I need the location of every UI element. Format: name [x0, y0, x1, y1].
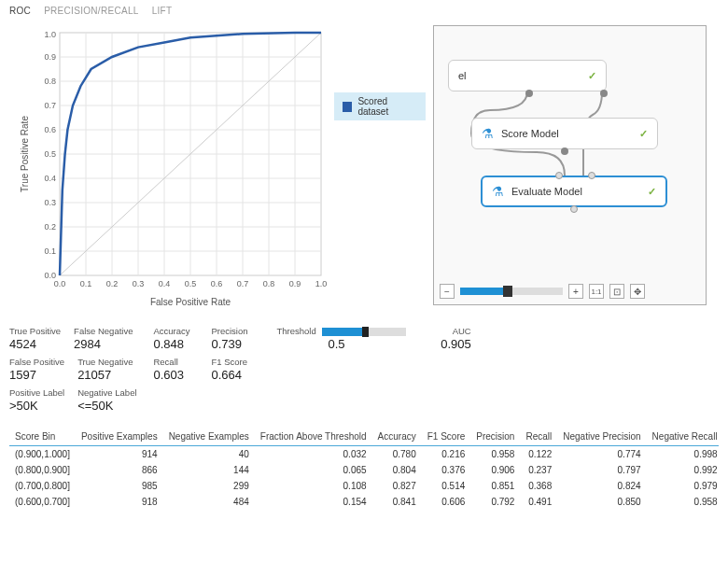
svg-text:0.4: 0.4: [159, 279, 171, 288]
svg-text:1.0: 1.0: [315, 279, 328, 288]
metric-fp: False Positive1597: [9, 357, 64, 382]
metric-pos-label: Positive Label>50K: [9, 387, 64, 413]
node-label: Score Model: [501, 128, 559, 139]
svg-text:0.2: 0.2: [44, 222, 56, 232]
svg-text:0.3: 0.3: [133, 279, 145, 288]
col-header[interactable]: Recall: [520, 428, 557, 446]
pan-button[interactable]: ✥: [630, 284, 645, 299]
svg-text:0.7: 0.7: [44, 101, 56, 110]
table-row: (0.900,1.000]914400.0320.7800.2160.9580.…: [9, 446, 719, 463]
x-axis-label: False Positive Rate: [150, 297, 231, 307]
col-header[interactable]: Score Bin: [9, 428, 76, 446]
metric-neg-label: Negative Label<=50K: [77, 387, 136, 413]
svg-text:0.1: 0.1: [44, 246, 56, 256]
col-header[interactable]: Positive Examples: [76, 428, 163, 446]
metric-fn: False Negative2984: [74, 326, 133, 351]
metric-f1: F1 Score0.664: [211, 357, 256, 382]
svg-text:0.3: 0.3: [44, 198, 56, 207]
svg-text:0.6: 0.6: [44, 125, 56, 134]
metric-precision: Precision0.739: [211, 326, 256, 351]
table-row: (0.800,0.900]8661440.0650.8040.3760.9060…: [9, 462, 719, 478]
zoom-out-button[interactable]: −: [440, 284, 455, 299]
svg-text:0.4: 0.4: [44, 174, 56, 183]
legend-label: Scored dataset: [357, 96, 417, 117]
metric-accuracy: Accuracy0.848: [153, 326, 198, 351]
y-axis-label: True Positive Rate: [20, 116, 30, 192]
metrics-panel: True Positive4524 False Negative2984 Acc…: [9, 326, 719, 418]
score-bin-table: Score BinPositive ExamplesNegative Examp…: [9, 428, 719, 510]
svg-text:0.6: 0.6: [211, 279, 223, 288]
tab-roc[interactable]: ROC: [9, 6, 31, 16]
check-icon: ✓: [648, 186, 656, 198]
node-score-model[interactable]: ⚗ Score Model ✓: [471, 118, 658, 149]
port-out[interactable]: [525, 90, 533, 97]
zoom-in-button[interactable]: +: [568, 284, 583, 299]
col-header[interactable]: Negative Precision: [557, 428, 646, 446]
col-header[interactable]: Precision: [470, 428, 520, 446]
threshold-slider[interactable]: [322, 328, 406, 336]
svg-text:0.1: 0.1: [80, 279, 92, 288]
port-in[interactable]: [588, 172, 595, 179]
metric-auc: AUC0.905: [427, 326, 471, 351]
node-label: el: [458, 70, 467, 81]
svg-text:0.9: 0.9: [289, 279, 301, 288]
roc-chart: 0.00.10.20.30.40.50.60.70.80.91.0 0.00.1…: [9, 20, 426, 318]
svg-text:0.9: 0.9: [44, 52, 56, 62]
table-row: (0.700,0.800]9852990.1080.8270.5140.8510…: [9, 478, 719, 494]
col-header[interactable]: Fraction Above Threshold: [255, 428, 372, 446]
port-in[interactable]: [555, 172, 563, 179]
check-icon: ✓: [639, 128, 648, 140]
col-header[interactable]: Negative Recall: [647, 428, 719, 446]
svg-text:0.8: 0.8: [263, 279, 275, 288]
zoom-fit-button[interactable]: ⊡: [609, 284, 624, 299]
chart-legend: Scored dataset: [334, 92, 426, 120]
metric-tn: True Negative21057: [77, 357, 133, 382]
svg-text:0.7: 0.7: [237, 279, 249, 288]
pipeline-panel: el ✓ ⚗ Score Model ✓ ⚗ Evaluate Model ✓: [433, 25, 707, 305]
metric-recall: Recall0.603: [153, 357, 198, 382]
chart-tabs: ROC PRECISION/RECALL LIFT: [9, 6, 719, 16]
experiment-icon: ⚗: [492, 184, 504, 199]
check-icon: ✓: [588, 70, 596, 82]
svg-text:1.0: 1.0: [44, 30, 56, 39]
tab-precision-recall[interactable]: PRECISION/RECALL: [44, 6, 139, 16]
col-header[interactable]: F1 Score: [422, 428, 471, 446]
port-out[interactable]: [561, 148, 568, 155]
svg-text:0.2: 0.2: [106, 279, 119, 288]
threshold-control: Threshold 0.5: [276, 326, 405, 351]
svg-text:0.0: 0.0: [54, 279, 66, 288]
legend-swatch-icon: [343, 102, 352, 112]
svg-text:0.5: 0.5: [44, 149, 56, 159]
node-partial[interactable]: el ✓: [448, 60, 607, 91]
roc-chart-svg: 0.00.10.20.30.40.50.60.70.80.91.0 0.00.1…: [9, 20, 426, 318]
table-row: (0.600,0.700]9184840.1540.8410.6060.7920…: [9, 494, 719, 510]
experiment-icon: ⚗: [482, 126, 494, 141]
col-header[interactable]: Negative Examples: [163, 428, 255, 446]
svg-text:0.5: 0.5: [185, 279, 197, 288]
zoom-slider[interactable]: [460, 288, 563, 295]
svg-text:0.8: 0.8: [44, 77, 56, 86]
port-out[interactable]: [600, 90, 608, 97]
metric-tp: True Positive4524: [9, 326, 61, 351]
port-out[interactable]: [570, 205, 578, 213]
col-header[interactable]: Accuracy: [372, 428, 422, 446]
zoom-controls: − + 1:1 ⊡ ✥: [440, 284, 700, 299]
node-evaluate-model[interactable]: ⚗ Evaluate Model ✓: [481, 176, 667, 207]
node-label: Evaluate Model: [511, 186, 582, 197]
zoom-1-1-button[interactable]: 1:1: [589, 284, 604, 299]
tab-lift[interactable]: LIFT: [152, 6, 173, 16]
